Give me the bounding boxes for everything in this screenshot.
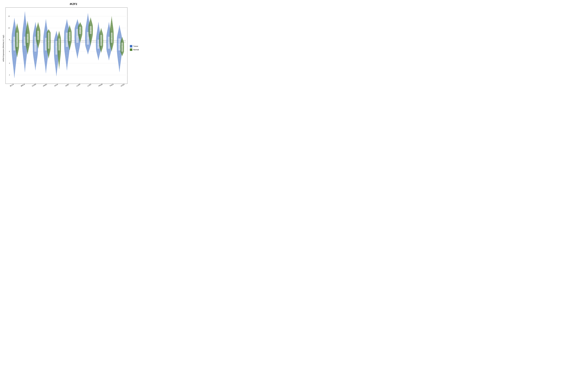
svg-rect-121: [48, 33, 49, 49]
legend-box-tumor: [130, 45, 132, 48]
svg-rect-248: [97, 40, 99, 49]
legend-label-normal: Normal: [133, 49, 139, 51]
svg-text:6: 6: [9, 50, 10, 52]
plot-area-wrapper: 24681012 BLCABRCACOADHNSCKICHKIRCLUADLUS…: [5, 6, 129, 91]
svg-text:12: 12: [8, 15, 10, 17]
chart-body: mRNA Expression (RNASeq V2, log2) 246810…: [1, 6, 146, 91]
svg-text:2: 2: [9, 74, 10, 76]
svg-rect-91: [37, 31, 39, 40]
svg-rect-176: [69, 32, 70, 41]
plot-area: 24681012: [6, 8, 127, 84]
svg-text:10: 10: [8, 27, 10, 29]
x-axis-labels: BLCABRCACOADHNSCKICHKIRCLUADLUSCPRADTHCA…: [6, 84, 127, 90]
svg-rect-204: [79, 27, 81, 34]
svg-rect-131: [56, 41, 57, 54]
svg-rect-105: [45, 38, 47, 50]
chart-container: IKZF1 mRNA Expression (RNASeq V2, log2) …: [1, 1, 146, 91]
legend-item-tumor: Tumor: [130, 45, 143, 48]
svg-text:8: 8: [9, 39, 10, 41]
legend-label-tumor: Tumor: [133, 45, 138, 47]
svg-text:4: 4: [9, 62, 10, 64]
legend: Tumor Normal: [129, 6, 145, 91]
svg-rect-61: [27, 34, 28, 43]
svg-rect-291: [111, 33, 112, 43]
svg-rect-233: [90, 26, 92, 34]
svg-rect-14: [13, 37, 15, 50]
svg-rect-30: [17, 33, 18, 47]
svg-rect-321: [121, 43, 123, 51]
chart-title: IKZF1: [70, 2, 77, 6]
legend-box-normal: [130, 49, 132, 51]
svg-rect-264: [100, 35, 102, 46]
legend-item-normal: Normal: [130, 49, 143, 51]
svg-rect-146: [59, 39, 60, 50]
y-axis-label: mRNA Expression (RNASeq V2, log2): [2, 6, 5, 91]
